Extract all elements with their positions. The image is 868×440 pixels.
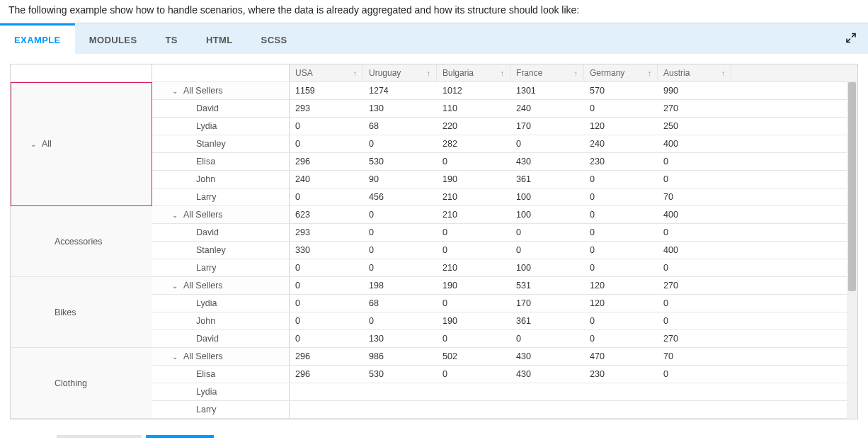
data-cell[interactable] <box>290 401 363 418</box>
data-cell[interactable]: 130 <box>363 330 437 347</box>
data-cell[interactable]: 0 <box>363 259 437 276</box>
data-cell[interactable]: 220 <box>437 118 510 135</box>
data-cell[interactable]: 0 <box>363 206 437 223</box>
tab-ts[interactable]: TS <box>151 23 191 55</box>
data-cell[interactable]: 0 <box>584 312 658 329</box>
data-cell[interactable]: 570 <box>584 82 658 99</box>
data-cell[interactable] <box>658 383 731 400</box>
data-cell[interactable]: 530 <box>363 366 437 383</box>
data-cell[interactable]: 293 <box>290 224 363 241</box>
data-cell[interactable]: 230 <box>584 153 658 170</box>
data-cell[interactable]: 0 <box>658 366 731 383</box>
data-cell[interactable]: 0 <box>363 224 437 241</box>
data-cell[interactable]: 986 <box>363 348 437 365</box>
tab-example[interactable]: EXAMPLE <box>0 23 75 55</box>
data-cell[interactable]: 170 <box>510 295 584 312</box>
data-cell[interactable] <box>363 401 437 418</box>
data-cell[interactable]: 100 <box>510 188 584 205</box>
data-cell[interactable]: 1301 <box>510 82 584 99</box>
data-cell[interactable]: 296 <box>290 366 363 383</box>
column-header[interactable]: USA↑ <box>290 64 363 81</box>
row-dimension[interactable]: Clothing <box>11 348 152 419</box>
data-cell[interactable]: 240 <box>290 171 363 188</box>
data-cell[interactable]: 0 <box>658 224 731 241</box>
data-cell[interactable]: 502 <box>437 348 510 365</box>
data-cell[interactable]: 0 <box>658 312 731 329</box>
data-cell[interactable]: 430 <box>510 366 584 383</box>
data-cell[interactable]: 430 <box>510 153 584 170</box>
data-cell[interactable]: 0 <box>658 259 731 276</box>
data-cell[interactable]: 110 <box>437 100 510 117</box>
data-cell[interactable]: 0 <box>437 242 510 259</box>
data-cell[interactable]: 0 <box>584 206 658 223</box>
row-dimension[interactable]: Accessories <box>11 206 152 277</box>
data-cell[interactable]: 0 <box>510 330 584 347</box>
data-cell[interactable]: 198 <box>363 277 437 294</box>
data-cell[interactable]: 170 <box>510 118 584 135</box>
data-cell[interactable] <box>437 401 510 418</box>
data-cell[interactable]: 0 <box>584 242 658 259</box>
data-cell[interactable]: 100 <box>510 206 584 223</box>
data-cell[interactable] <box>658 401 731 418</box>
data-cell[interactable]: 623 <box>290 206 363 223</box>
data-cell[interactable]: 190 <box>437 312 510 329</box>
data-cell[interactable]: 296 <box>290 348 363 365</box>
data-cell[interactable]: 0 <box>510 135 584 152</box>
data-cell[interactable]: 0 <box>584 100 658 117</box>
data-cell[interactable]: 70 <box>658 348 731 365</box>
data-cell[interactable]: 0 <box>290 118 363 135</box>
data-cell[interactable]: 0 <box>290 188 363 205</box>
data-cell[interactable]: 70 <box>658 188 731 205</box>
data-cell[interactable]: 270 <box>658 100 731 117</box>
data-cell[interactable]: 240 <box>584 135 658 152</box>
scrollbar-thumb[interactable] <box>848 82 856 291</box>
data-cell[interactable]: 0 <box>510 224 584 241</box>
data-cell[interactable]: 250 <box>658 118 731 135</box>
data-cell[interactable]: 210 <box>437 188 510 205</box>
data-cell[interactable]: 456 <box>363 188 437 205</box>
data-cell[interactable] <box>363 383 437 400</box>
data-cell[interactable]: 0 <box>510 242 584 259</box>
data-cell[interactable]: 530 <box>363 153 437 170</box>
data-cell[interactable]: 282 <box>437 135 510 152</box>
data-cell[interactable]: 293 <box>290 100 363 117</box>
data-cell[interactable]: 0 <box>290 312 363 329</box>
data-cell[interactable]: 190 <box>437 277 510 294</box>
data-cell[interactable]: 190 <box>437 171 510 188</box>
data-cell[interactable]: 0 <box>290 295 363 312</box>
data-cell[interactable] <box>510 401 584 418</box>
data-cell[interactable]: 0 <box>290 135 363 152</box>
column-header[interactable]: Austria↑ <box>658 64 731 81</box>
data-cell[interactable]: 0 <box>658 171 731 188</box>
data-cell[interactable]: 90 <box>363 171 437 188</box>
data-cell[interactable]: 0 <box>290 330 363 347</box>
data-cell[interactable]: 990 <box>658 82 731 99</box>
data-cell[interactable]: 0 <box>584 259 658 276</box>
data-cell[interactable]: 270 <box>658 277 731 294</box>
data-cell[interactable]: 0 <box>437 295 510 312</box>
data-cell[interactable]: 130 <box>363 100 437 117</box>
all-sellers-row[interactable]: ⌄All Sellers <box>152 277 290 294</box>
data-cell[interactable]: 430 <box>510 348 584 365</box>
data-cell[interactable]: 0 <box>363 135 437 152</box>
data-cell[interactable]: 68 <box>363 295 437 312</box>
all-sellers-row[interactable]: ⌄All Sellers <box>152 206 290 223</box>
data-cell[interactable]: 361 <box>510 171 584 188</box>
data-cell[interactable]: 531 <box>510 277 584 294</box>
data-cell[interactable]: 1274 <box>363 82 437 99</box>
data-cell[interactable]: 240 <box>510 100 584 117</box>
column-header[interactable]: Bulgaria↑ <box>437 64 510 81</box>
all-sellers-row[interactable]: ⌄All Sellers <box>152 82 290 99</box>
data-cell[interactable]: 120 <box>584 277 658 294</box>
tab-modules[interactable]: MODULES <box>75 23 152 55</box>
vertical-scrollbar[interactable] <box>847 82 857 419</box>
data-cell[interactable]: 400 <box>658 242 731 259</box>
column-header[interactable]: Germany↑ <box>584 64 658 81</box>
data-cell[interactable]: 1159 <box>290 82 363 99</box>
data-cell[interactable]: 1012 <box>437 82 510 99</box>
data-cell[interactable] <box>437 383 510 400</box>
data-cell[interactable]: 0 <box>584 171 658 188</box>
row-dimension-all[interactable]: ⌄All <box>11 82 152 206</box>
data-cell[interactable]: 361 <box>510 312 584 329</box>
data-cell[interactable]: 120 <box>584 118 658 135</box>
